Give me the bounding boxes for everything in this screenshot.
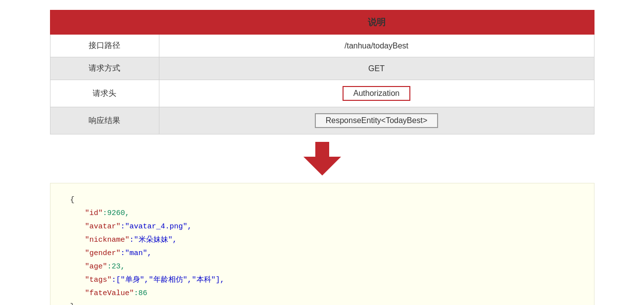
json-line: "age":23, [70,260,574,273]
arrow-container [50,134,594,183]
table-row-value-0: /tanhua/todayBest [159,35,594,57]
json-line: } [70,300,574,305]
cell-boxed-gray-3: ResponseEntity<TodayBest> [315,113,438,128]
json-line: "avatar":"avatar_4.png", [70,220,574,233]
json-output-block: {"id":9260,"avatar":"avatar_4.png","nick… [50,183,594,305]
table-row-label-1: 请求方式 [50,57,159,80]
table-row-value-3: ResponseEntity<TodayBest> [159,107,594,134]
table-row-label-2: 请求头 [50,80,159,107]
table-row-value-2: Authorization [159,80,594,107]
api-table: 说明 接口路径/tanhua/todayBest请求方式GET请求头Author… [50,10,594,134]
table-row-label-3: 响应结果 [50,107,159,134]
arrow-down-icon [303,142,341,175]
json-line: "tags":["单身","年龄相仿","本科"], [70,273,574,287]
table-row-label-0: 接口路径 [50,35,159,57]
json-line: "gender":"man", [70,247,574,260]
json-line: "nickname":"米朵妹妹", [70,233,574,247]
cell-boxed-red-2: Authorization [343,86,410,101]
json-line: "fateValue":86 [70,287,574,300]
main-container: 说明 接口路径/tanhua/todayBest请求方式GET请求头Author… [50,10,594,305]
json-line: { [70,193,574,207]
json-line: "id":9260, [70,207,574,220]
table-header-col1 [50,10,159,35]
table-row-value-1: GET [159,57,594,80]
table-header-col2: 说明 [159,10,594,35]
